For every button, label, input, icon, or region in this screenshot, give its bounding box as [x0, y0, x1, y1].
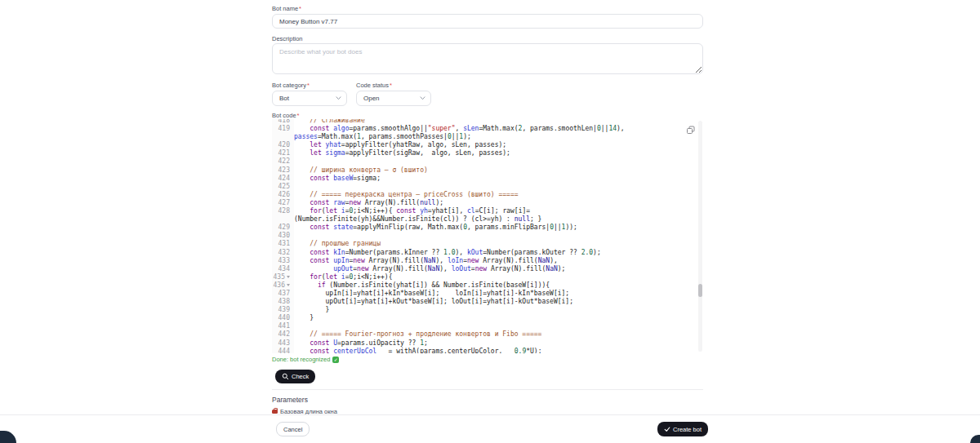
code-text: let sigma=applyFilter(sigRaw, algo, sLen…	[294, 149, 703, 157]
code-line: 430	[272, 232, 703, 240]
code-text: for(let i=0;i<N;i++){ const yh=yhat[i], …	[294, 207, 703, 224]
line-number: 440	[272, 314, 294, 322]
line-number: 435	[272, 273, 294, 281]
code-text	[294, 322, 703, 330]
code-text: upOut=new Array(N).fill(NaN), loOut=new …	[294, 265, 703, 273]
code-line: 420 let yhat=applyFilter(yhatRaw, algo, …	[272, 141, 703, 149]
code-text: upIn[i]=yhat[i]+kIn*baseW[i]; loIn[i]=yh…	[294, 290, 703, 298]
line-number: 422	[272, 157, 294, 166]
fold-arrow-icon[interactable]	[287, 284, 290, 286]
line-number: 432	[272, 249, 294, 257]
line-number: 443	[272, 339, 294, 348]
code-text: if (Number.isFinite(yhat[i]) && Number.i…	[294, 281, 703, 290]
line-number: 424	[272, 175, 294, 183]
code-line: 429 const state=applyMinFlip(raw, Math.m…	[272, 224, 703, 232]
code-text: const baseW=sigma;	[294, 175, 703, 183]
code-text: const raw=new Array(N).fill(null);	[294, 199, 703, 207]
bot-name-label: Bot name*	[272, 5, 301, 12]
code-status-value: Open	[363, 95, 380, 102]
bot-name-input[interactable]	[272, 14, 703, 29]
editor-scrollbar-track	[698, 121, 702, 352]
description-label: Description	[272, 35, 303, 42]
create-bot-button-label: Create bot	[673, 426, 702, 433]
code-status-label: Code status*	[356, 82, 392, 89]
cancel-button-label: Cancel	[283, 426, 302, 433]
line-number: 431	[272, 240, 294, 248]
code-line: 437 upIn[i]=yhat[i]+kIn*baseW[i]; loIn[i…	[272, 290, 703, 298]
line-number: 429	[272, 224, 294, 232]
line-number: 423	[272, 166, 294, 175]
code-text: for(let i=0;i<N;i++){	[294, 273, 703, 281]
code-line: 428 for(let i=0;i<N;i++){ const yh=yhat[…	[272, 207, 703, 224]
code-line: 431 // прошлые границы	[272, 240, 703, 248]
description-textarea[interactable]	[272, 43, 703, 74]
line-number: 419	[272, 125, 294, 133]
toolbox-icon	[272, 410, 278, 414]
line-number: 428	[272, 207, 294, 215]
line-number: 433	[272, 257, 294, 265]
code-line: 427 const raw=new Array(N).fill(null);	[272, 199, 703, 207]
code-text: const upIn=new Array(N).fill(NaN), loIn=…	[294, 257, 703, 265]
create-bot-button[interactable]: Create bot	[657, 422, 708, 436]
editor-scrollbar-thumb[interactable]	[698, 284, 702, 297]
check-badge-icon: ✓	[332, 357, 339, 363]
required-asterisk: *	[299, 5, 301, 12]
code-text: // Сглаживание	[294, 119, 703, 125]
code-line: 442 // ===== Fourier-прогноз + продление…	[272, 330, 703, 339]
code-line: 434 upOut=new Array(N).fill(NaN), loOut=…	[272, 265, 703, 273]
line-number: 441	[272, 322, 294, 330]
line-number: 434	[272, 265, 294, 273]
code-lines: 418 // Сглаживание419 const algo=params.…	[272, 119, 703, 353]
code-status-select[interactable]: Open	[356, 91, 431, 106]
line-number: 436	[272, 281, 294, 290]
line-number: 420	[272, 141, 294, 149]
code-text: const kIn=Number(params.kInner ?? 1.0), …	[294, 249, 703, 257]
line-number: 438	[272, 298, 294, 306]
line-number: 439	[272, 306, 294, 314]
code-text: // ширина конверта — σ (вшито)	[294, 166, 703, 175]
code-line: 424 const baseW=sigma;	[272, 175, 703, 183]
chevron-down-icon	[336, 96, 341, 100]
magnifier-icon	[282, 373, 289, 380]
bot-category-label: Bot category*	[272, 82, 310, 89]
code-text: const U=params.uiOpacity ?? 1;	[294, 339, 703, 348]
code-text: }	[294, 314, 703, 322]
copy-icon[interactable]	[686, 126, 696, 135]
line-number: 430	[272, 232, 294, 240]
code-line: 418 // Сглаживание	[272, 119, 703, 125]
cancel-button[interactable]: Cancel	[276, 422, 310, 436]
code-line: 443 const U=params.uiOpacity ?? 1;	[272, 339, 703, 348]
bot-category-value: Bot	[279, 95, 289, 102]
code-text: // ===== Fourier-прогноз + продление кон…	[294, 330, 703, 339]
chevron-down-icon	[420, 96, 425, 100]
line-number: 421	[272, 149, 294, 157]
section-divider	[272, 389, 703, 390]
code-text: // ===== перекраска центра — priceCross …	[294, 191, 703, 199]
fold-arrow-icon[interactable]	[287, 276, 290, 278]
required-asterisk: *	[297, 112, 300, 119]
code-line: 426 // ===== перекраска центра — priceCr…	[272, 191, 703, 199]
code-line: 423 // ширина конверта — σ (вшито)	[272, 166, 703, 175]
footer-bar	[0, 414, 980, 443]
code-line: 419 const algo=params.smoothAlgo||"super…	[272, 125, 703, 141]
line-number: 426	[272, 191, 294, 199]
line-number: 427	[272, 199, 294, 207]
code-line: 433 const upIn=new Array(N).fill(NaN), l…	[272, 257, 703, 265]
bot-category-select[interactable]: Bot	[272, 91, 347, 106]
bot-code-label: Bot code*	[272, 112, 300, 119]
code-line: 439 }	[272, 306, 703, 314]
line-number: 425	[272, 183, 294, 191]
code-line: 444 const centerUpCol = withA(params.cen…	[272, 348, 703, 353]
code-text: }	[294, 306, 703, 314]
code-text: // прошлые границы	[294, 240, 703, 248]
code-line: 422	[272, 157, 703, 166]
code-line: 440 }	[272, 314, 703, 322]
code-text	[294, 157, 703, 166]
code-text: const centerUpCol = withA(params.centerU…	[294, 348, 703, 353]
line-number: 418	[272, 119, 294, 125]
code-editor[interactable]: 418 // Сглаживание419 const algo=params.…	[272, 119, 703, 353]
code-line: 421 let sigma=applyFilter(sigRaw, algo, …	[272, 149, 703, 157]
code-text: let yhat=applyFilter(yhatRaw, algo, sLen…	[294, 141, 703, 149]
code-line: 438 upOut[i]=yhat[i]+kOut*baseW[i]; loOu…	[272, 298, 703, 306]
check-button[interactable]: Check	[275, 370, 315, 383]
